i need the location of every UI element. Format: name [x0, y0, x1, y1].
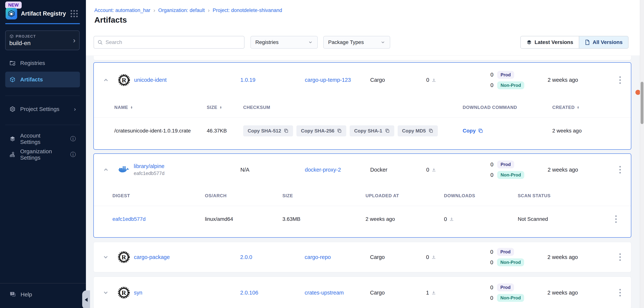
chevron-right-icon: › [153, 7, 155, 14]
app-title: Artifact Registry [21, 10, 67, 17]
sidebar-item-help[interactable]: ? Help [9, 291, 32, 298]
row-menu-kebab-icon[interactable] [614, 289, 626, 296]
vertical-scrollbar[interactable] [640, 0, 644, 308]
registries-filter-dropdown[interactable]: Registries [250, 36, 318, 49]
breadcrumb-project-link[interactable]: Project: donotdelete-shivanand [212, 8, 282, 13]
nonprod-badge: Non-Prod [497, 258, 524, 266]
column-header: CREATED [552, 105, 575, 110]
artifact-version-link[interactable]: 1.0.19 [240, 77, 256, 83]
package-types-filter-dropdown[interactable]: Package Types [323, 36, 390, 49]
prod-badge: Prod [497, 71, 514, 79]
column-header: OS/ARCH [205, 193, 226, 198]
artifact-registry-link[interactable]: crates-upstream [305, 290, 344, 296]
artifact-name-link[interactable]: syn [134, 290, 142, 296]
digest-link[interactable]: eafc1edb577d [112, 216, 146, 222]
sidebar-item-registries[interactable]: Registries [5, 55, 80, 71]
download-icon [432, 78, 436, 83]
svg-text:R: R [122, 77, 126, 84]
sort-icon[interactable]: ▲▼ [220, 106, 222, 109]
column-header: SIZE [282, 193, 293, 198]
info-icon[interactable]: ⓘ [70, 151, 76, 159]
all-versions-button[interactable]: All Versions [579, 36, 628, 48]
sidebar-item-project-settings[interactable]: Project Settings › [5, 101, 80, 117]
sidebar-divider [5, 125, 80, 125]
breadcrumb-account-link[interactable]: Account: automation_har [94, 8, 150, 13]
copy-sha1-button[interactable]: Copy SHA-1 [350, 125, 394, 136]
chevron-right-icon: › [74, 106, 76, 112]
row-menu-kebab-icon[interactable] [614, 166, 626, 174]
downloads-count: 1 [426, 290, 429, 296]
copy-icon [337, 128, 342, 133]
artifact-card-cargo-package: R cargo-package 2.0.0 cargo-repo Cargo 0 [94, 242, 631, 272]
artifact-version-link[interactable]: 2.0.0 [240, 254, 252, 260]
prod-badge: Prod [497, 283, 514, 291]
prod-count: 0 [488, 249, 493, 255]
sidebar-item-organization-settings[interactable]: Organization Settings ⓘ [5, 147, 80, 163]
sidebar-item-artifacts[interactable]: Artifacts [5, 72, 80, 87]
latest-versions-button[interactable]: Latest Versions [521, 36, 579, 48]
expand-row-button[interactable] [94, 289, 118, 296]
artifact-name-link[interactable]: cargo-package [134, 254, 170, 260]
chevron-down-icon [380, 40, 385, 45]
updated-time: 2 weeks ago [548, 167, 609, 173]
collapse-row-button[interactable] [94, 77, 118, 83]
package-type: Cargo [370, 77, 426, 83]
artifact-row: R syn 2.0.106 crates-upstream Cargo 1 [94, 277, 631, 308]
scrollbar-thumb[interactable] [641, 82, 644, 124]
sidebar-item-label: Registries [20, 60, 45, 66]
download-icon [432, 167, 436, 172]
sidebar-item-label: Account Settings [20, 132, 61, 145]
artifact-registry-link[interactable]: cargo-repo [305, 254, 331, 260]
search-icon [97, 40, 103, 45]
annotation-marker [636, 90, 640, 95]
nonprod-badge: Non-Prod [497, 81, 524, 89]
updated-time: 2 weeks ago [548, 290, 609, 296]
copy-sha512-button[interactable]: Copy SHA-512 [243, 125, 293, 136]
row-menu-kebab-icon[interactable] [614, 76, 626, 84]
project-selector[interactable]: PROJECT build-en › [5, 31, 80, 50]
copy-download-command-button[interactable]: Copy [463, 128, 552, 134]
column-header: CHECKSUM [243, 105, 270, 110]
chevron-right-icon: › [73, 37, 76, 44]
svg-text:?: ? [12, 292, 13, 295]
artifact-version-link[interactable]: 2.0.106 [240, 290, 258, 296]
search-input[interactable] [106, 39, 241, 45]
artifact-registry-link[interactable]: cargo-up-temp-123 [305, 77, 351, 83]
breadcrumb: Account: automation_har › Organization: … [94, 7, 282, 14]
file-icon [585, 40, 590, 45]
copy-icon [428, 128, 433, 133]
module-grid-icon[interactable] [70, 10, 78, 17]
copy-md5-button[interactable]: Copy MD5 [398, 125, 438, 136]
info-icon[interactable]: ⓘ [70, 135, 76, 143]
expand-row-button[interactable] [94, 254, 118, 260]
file-created: 2 weeks ago [552, 128, 631, 134]
svg-text:R: R [122, 289, 126, 296]
downloads-count: 0 [426, 167, 429, 173]
project-name: build-en [9, 40, 73, 47]
previous-card-cutoff [94, 56, 631, 60]
registries-icon [9, 60, 16, 66]
sort-icon[interactable]: ▲▼ [577, 106, 580, 109]
download-icon [431, 255, 436, 259]
row-menu-kebab-icon[interactable] [610, 215, 622, 223]
page-title: Artifacts [94, 15, 127, 25]
copy-sha256-button[interactable]: Copy SHA-256 [296, 125, 346, 136]
artifact-row: library/alpine eafc1edb577d N/A docker-p… [94, 154, 631, 186]
artifact-card-syn: R syn 2.0.106 crates-upstream Cargo 1 [94, 276, 631, 308]
files-subtable: NAME ▲▼ SIZE ▲▼ CHECKSUM DOWNLOAD COMMAN… [94, 97, 631, 144]
sidebar: NEW Artifact Registry [0, 0, 86, 308]
sort-icon[interactable]: ▲▼ [130, 106, 133, 109]
module-active-underline [5, 23, 80, 24]
cargo-package-icon: R [118, 287, 130, 299]
collapse-row-button[interactable] [94, 167, 118, 173]
artifact-registry-link[interactable]: docker-proxy-2 [305, 167, 341, 173]
sidebar-collapse-button[interactable] [82, 290, 90, 308]
sidebar-divider [5, 96, 80, 96]
row-menu-kebab-icon[interactable] [614, 253, 626, 261]
file-name: /cratesunicode-ident-1.0.19.crate [114, 128, 207, 134]
nonprod-badge: Non-Prod [497, 171, 524, 179]
artifact-name-link[interactable]: library/alpine [134, 163, 164, 169]
breadcrumb-org-link[interactable]: Organization: default [158, 8, 205, 13]
artifact-name-link[interactable]: unicode-ident [134, 77, 166, 83]
sidebar-item-account-settings[interactable]: Account Settings ⓘ [5, 131, 80, 147]
